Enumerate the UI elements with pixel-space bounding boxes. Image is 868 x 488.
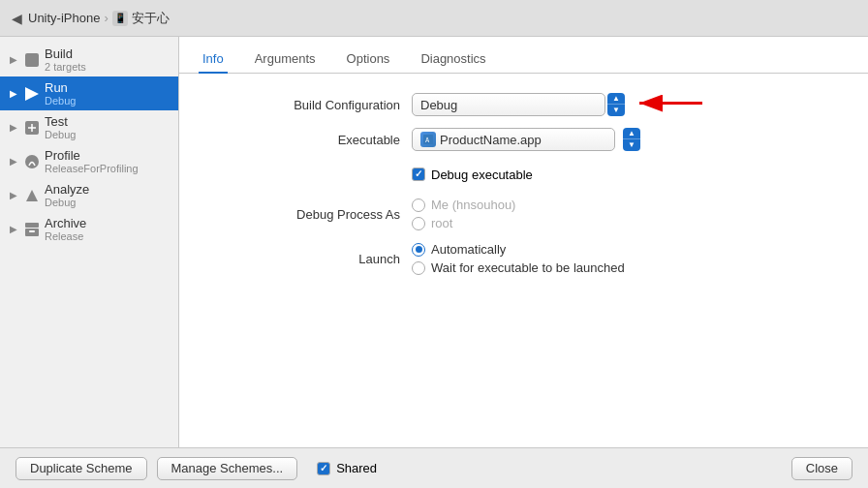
radio-root[interactable] [412,217,425,230]
bottom-bar: Duplicate Scheme Manage Schemes... ✓ Sha… [0,447,868,488]
sidebar-text-run: Run Debug [45,80,76,107]
build-config-row: Build Configuration Debug ▲ ▼ [218,93,829,116]
archive-icon [23,221,41,238]
profile-icon [23,153,41,170]
radio-me-label: Me (hnsouhou) [431,198,515,212]
radio-wait-label: Wait for executable to be launched [431,260,625,275]
sidebar-item-build[interactable]: ▶ Build 2 targets [0,43,178,76]
test-icon [23,119,41,137]
sidebar-item-archive[interactable]: ▶ Archive Release [0,212,178,246]
radio-root-row: root [412,216,452,230]
launch-row: Launch Automatically Wait for executable… [218,242,829,275]
executable-row: Executable A ProductName.app ▲ ▼ [218,128,829,151]
debug-process-control: Me (hnsouhou) root [412,198,515,230]
debug-exec-checkbox-row: ✓ Debug executable [412,168,533,182]
debug-exec-row: ✓ Debug executable [218,163,829,186]
debug-process-label: Debug Process As [218,207,412,222]
debug-process-row: Debug Process As Me (hnsouhou) root [218,198,829,230]
build-config-select-wrapper: Debug ▲ ▼ [412,93,625,116]
radio-root-label: root [431,216,452,230]
shared-checkbox[interactable]: ✓ [317,462,330,475]
debug-exec-checkbox[interactable]: ✓ [412,168,425,181]
sidebar: ▶ Build 2 targets ▶ Run Debug ▶ [0,37,179,447]
breadcrumb-project: Unity-iPhone [28,11,100,25]
shared-checkmark: ✓ [320,464,327,473]
shared-row: ✓ Shared [317,461,377,475]
back-icon[interactable]: ◀ [12,11,22,26]
tab-info[interactable]: Info [199,46,228,74]
breadcrumb: Unity-iPhone › 📱 安于心 [28,10,170,27]
svg-rect-0 [25,53,39,67]
checkbox-checkmark: ✓ [415,169,422,179]
svg-marker-6 [26,190,38,201]
radio-wait[interactable] [412,261,425,275]
sidebar-arrow-run: ▶ [10,88,19,99]
sidebar-text-profile: Profile ReleaseForProfiling [45,148,139,174]
launch-label: Launch [218,252,412,266]
executable-dropdown[interactable]: A ProductName.app [412,128,615,151]
titlebar: ◀ Unity-iPhone › 📱 安于心 [0,0,868,37]
sidebar-text-test: Test Debug [45,114,76,140]
run-icon [23,85,41,103]
executable-label: Executable [218,133,412,147]
svg-marker-1 [25,87,39,101]
svg-rect-7 [25,223,39,228]
sidebar-arrow-profile: ▶ [10,156,19,167]
radio-me[interactable] [412,198,425,212]
sidebar-arrow-build: ▶ [10,54,19,65]
sidebar-text-archive: Archive Release [45,216,86,242]
radio-automatically-row: Automatically [412,242,506,257]
debug-exec-control: ✓ Debug executable [412,168,533,182]
sidebar-arrow-test: ▶ [10,122,19,133]
breadcrumb-separator: › [104,11,108,25]
exec-file-icon: A [420,132,436,147]
content-area: Info Arguments Options Diagnostics Build… [179,37,868,447]
exec-stepper-down[interactable]: ▼ [623,139,640,151]
build-config-label: Build Configuration [218,98,412,112]
stepper-down[interactable]: ▼ [607,105,625,116]
sidebar-arrow-analyze: ▶ [10,190,19,200]
launch-control: Automatically Wait for executable to be … [412,242,625,275]
sidebar-item-run[interactable]: ▶ Run Debug [0,76,178,110]
sidebar-text-analyze: Analyze Debug [45,182,89,208]
breadcrumb-file: 安于心 [132,10,170,27]
build-icon [23,51,41,69]
debug-exec-label: Debug executable [431,168,533,182]
build-config-value: Debug [420,98,597,112]
tab-arguments[interactable]: Arguments [251,46,320,74]
radio-wait-row: Wait for executable to be launched [412,260,625,275]
sidebar-text-build: Build 2 targets [45,46,86,73]
analyze-icon [23,187,41,204]
stepper-up[interactable]: ▲ [607,93,625,105]
radio-automatically-label: Automatically [431,242,506,257]
tab-options[interactable]: Options [343,46,394,74]
manage-schemes-button[interactable]: Manage Schemes... [157,457,298,480]
form-area: Build Configuration Debug ▲ ▼ [179,74,868,447]
executable-control: A ProductName.app ▲ ▼ [412,128,640,151]
main-container: ▶ Build 2 targets ▶ Run Debug ▶ [0,37,868,447]
build-config-control: Debug ▲ ▼ [412,93,625,116]
radio-automatically[interactable] [412,243,425,257]
exec-stepper-up[interactable]: ▲ [623,128,640,139]
file-icon: 📱 [112,11,128,26]
tab-bar: Info Arguments Options Diagnostics [179,37,868,74]
sidebar-arrow-archive: ▶ [10,224,19,234]
red-arrow-annotation [630,89,707,121]
build-config-dropdown[interactable]: Debug [412,93,605,116]
close-button[interactable]: Close [791,457,852,480]
sidebar-item-analyze[interactable]: ▶ Analyze Debug [0,178,178,212]
tab-diagnostics[interactable]: Diagnostics [417,46,489,74]
sidebar-item-profile[interactable]: ▶ Profile ReleaseForProfiling [0,144,178,178]
sidebar-item-test[interactable]: ▶ Test Debug [0,110,178,144]
executable-value: ProductName.app [440,133,606,147]
duplicate-scheme-button[interactable]: Duplicate Scheme [16,457,147,480]
executable-stepper[interactable]: ▲ ▼ [623,128,640,151]
svg-rect-9 [29,230,35,232]
build-config-stepper[interactable]: ▲ ▼ [607,93,625,116]
shared-label: Shared [336,461,377,475]
radio-me-row: Me (hnsouhou) [412,198,515,212]
